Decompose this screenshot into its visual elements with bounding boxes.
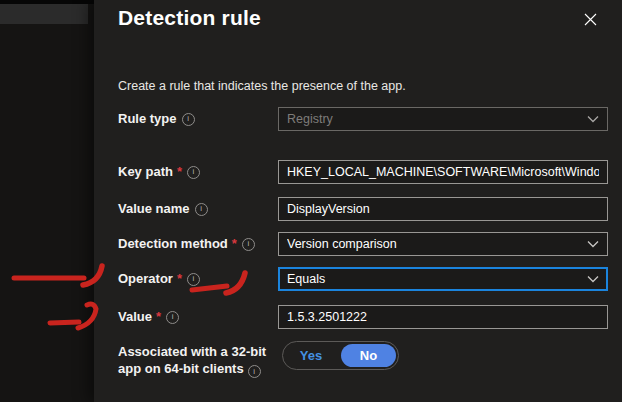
required-marker: * xyxy=(177,164,182,180)
detection-rule-panel: Detection rule Create a rule that indica… xyxy=(94,0,622,402)
field-row-rule-type: Rule type i Registry xyxy=(118,107,608,131)
field-row-value: Value * i xyxy=(118,305,608,329)
assoc-32bit-toggle[interactable]: Yes No xyxy=(282,341,399,370)
field-row-key-path: Key path * i xyxy=(118,160,608,184)
value-label-text: Value xyxy=(118,309,152,325)
operator-label: Operator * i xyxy=(118,271,278,287)
operator-dropdown[interactable]: Equals xyxy=(278,267,608,291)
info-glyph: i xyxy=(187,111,189,127)
detection-method-value: Version comparison xyxy=(287,237,581,251)
rule-type-value: Registry xyxy=(287,112,581,126)
rule-type-label: Rule type i xyxy=(118,111,278,127)
value-name-label-text: Value name xyxy=(118,201,190,217)
info-icon[interactable]: i xyxy=(187,166,200,179)
assoc-32bit-label: Associated with a 32-bit app on 64-bit c… xyxy=(118,341,278,378)
info-icon[interactable]: i xyxy=(195,203,208,216)
rule-type-label-text: Rule type xyxy=(118,111,177,127)
close-icon xyxy=(584,13,597,26)
info-icon[interactable]: i xyxy=(182,113,195,126)
operator-value: Equals xyxy=(287,272,581,286)
field-row-detection-method: Detection method * i Version comparison xyxy=(118,232,608,256)
chevron-down-icon xyxy=(587,275,599,283)
info-icon[interactable]: i xyxy=(166,311,179,324)
info-glyph: i xyxy=(172,309,174,325)
value-name-input[interactable] xyxy=(278,197,608,221)
rule-type-dropdown[interactable]: Registry xyxy=(278,107,608,131)
field-row-value-name: Value name i xyxy=(118,197,608,221)
field-row-operator: Operator * i Equals xyxy=(118,267,608,291)
info-glyph: i xyxy=(193,271,195,287)
value-input[interactable] xyxy=(278,305,608,329)
info-glyph: i xyxy=(193,164,195,180)
required-marker: * xyxy=(232,236,237,252)
close-button[interactable] xyxy=(582,11,598,27)
info-icon[interactable]: i xyxy=(248,365,261,378)
page-title: Detection rule xyxy=(118,6,261,30)
page-backdrop xyxy=(0,0,94,402)
chevron-down-icon xyxy=(587,240,599,248)
info-glyph: i xyxy=(253,363,255,380)
key-path-label: Key path * i xyxy=(118,164,278,180)
panel-description: Create a rule that indicates the presenc… xyxy=(118,79,406,93)
chevron-down-icon xyxy=(587,115,599,123)
toggle-option-yes[interactable]: Yes xyxy=(283,342,339,369)
info-icon[interactable]: i xyxy=(187,273,200,286)
assoc-32bit-label-text: Associated with a 32-bit app on 64-bit c… xyxy=(118,344,266,376)
key-path-input[interactable] xyxy=(278,160,608,184)
page-backdrop-toolbar xyxy=(0,4,88,24)
detection-method-label: Detection method * i xyxy=(118,236,278,252)
operator-label-text: Operator xyxy=(118,271,173,287)
detection-method-dropdown[interactable]: Version comparison xyxy=(278,232,608,256)
detection-method-label-text: Detection method xyxy=(118,236,228,252)
required-marker: * xyxy=(156,309,161,325)
value-name-label: Value name i xyxy=(118,201,278,217)
info-icon[interactable]: i xyxy=(242,238,255,251)
value-label: Value * i xyxy=(118,309,278,325)
required-marker: * xyxy=(177,271,182,287)
screenshot-root: { "panel": { "title": "Detection rule", … xyxy=(0,0,622,402)
field-row-assoc-32bit: Associated with a 32-bit app on 64-bit c… xyxy=(118,341,608,378)
key-path-label-text: Key path xyxy=(118,164,173,180)
info-glyph: i xyxy=(247,236,249,252)
info-glyph: i xyxy=(200,201,202,217)
toggle-option-no[interactable]: No xyxy=(341,344,396,367)
